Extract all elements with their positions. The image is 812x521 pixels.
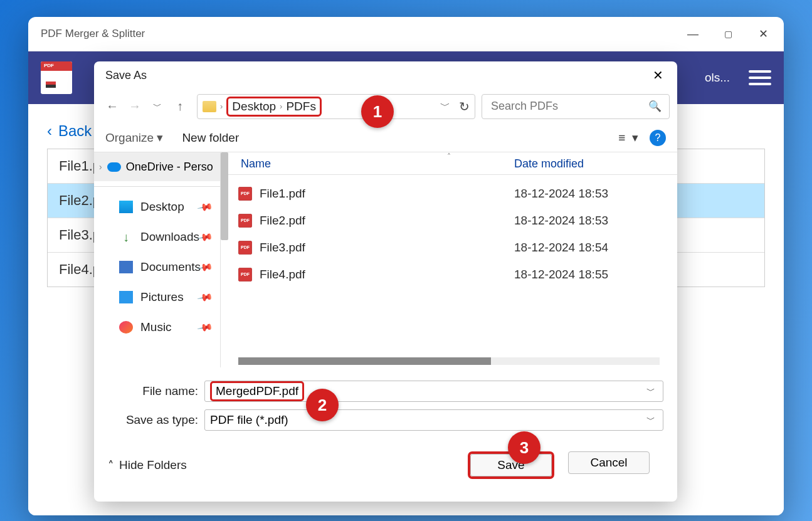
dialog-sidebar: › OneDrive - Perso Desktop 📌 ↓ Downloads… [94,152,221,367]
sidebar-item-downloads[interactable]: ↓ Downloads 📌 [94,222,220,252]
search-input[interactable] [490,99,642,113]
dialog-title: Save As [105,69,147,82]
file-row[interactable]: PDF File1.pdf 18-12-2024 18:53 [238,180,677,207]
chevron-down-icon[interactable]: ﹀ [440,100,450,113]
cloud-icon [107,162,121,172]
hamburger-menu-icon[interactable] [749,70,771,85]
chevron-down-icon[interactable]: ﹀ [644,386,658,397]
pin-icon: 📌 [196,288,213,305]
new-folder-button[interactable]: New folder [182,131,239,145]
column-headers: ˄ Name Date modified [221,152,677,175]
breadcrumb-segment[interactable]: PDFs [286,100,316,113]
file-row[interactable]: PDF File2.pdf 18-12-2024 18:53 [238,207,677,234]
pdf-file-icon: PDF [238,187,252,201]
folder-icon [203,101,216,112]
file-date: 18-12-2024 18:53 [514,214,677,228]
sidebar-item-label: Pictures [140,290,184,304]
toolbar-row: Organize ▾ New folder ≡ ▾ ? [94,124,677,152]
window-title: PDF Merger & Splitter [41,28,145,40]
sidebar-item-label: Music [140,320,172,334]
sidebar-item-label: Documents [140,260,201,274]
maximize-button[interactable] [712,21,744,46]
file-name: File1.pdf [260,187,514,201]
nav-forward-icon[interactable]: → [124,99,145,113]
file-name-input[interactable]: MergedPDF.pdf ﹀ [204,381,663,402]
pdf-file-icon: PDF [238,241,252,255]
pdf-file-icon: PDF [238,214,252,228]
music-icon [119,321,133,334]
sort-indicator-icon: ˄ [221,152,677,161]
cancel-button[interactable]: Cancel [568,451,650,474]
hide-folders-button[interactable]: ˄ Hide Folders [108,458,187,473]
help-icon[interactable]: ? [650,130,666,146]
breadcrumb-segment[interactable]: Desktop [232,100,276,113]
horizontal-scrollbar[interactable] [221,355,677,367]
file-row[interactable]: PDF File4.pdf 18-12-2024 18:55 [238,261,677,288]
window-controls [677,21,779,46]
close-button[interactable] [747,21,779,46]
titlebar: PDF Merger & Splitter [28,17,784,51]
nav-recent-icon[interactable]: ﹀ [147,101,168,112]
file-list: PDF File1.pdf 18-12-2024 18:53 PDF File2… [221,175,677,355]
document-icon [119,261,133,273]
file-date: 18-12-2024 18:55 [514,268,677,282]
file-name: File2.pdf [260,214,514,228]
chevron-down-icon[interactable]: ﹀ [644,414,658,426]
search-box[interactable]: 🔍 [482,94,670,119]
address-bar[interactable]: › Desktop › PDFs ﹀ ↻ [197,94,475,119]
file-name-label: File name: [94,384,204,398]
sidebar-item-label: OneDrive - Perso [126,161,213,174]
dialog-bottom-panel: File name: MergedPDF.pdf ﹀ Save as type:… [94,367,677,502]
download-icon: ↓ [119,231,133,243]
sidebar-item-desktop[interactable]: Desktop 📌 [94,192,220,222]
sidebar-item-music[interactable]: Music 📌 [94,312,220,342]
chevron-left-icon: ‹ [47,122,52,140]
file-name-value: MergedPDF.pdf [216,384,298,397]
back-link-label: Back [58,122,92,140]
vertical-scrollbar[interactable] [221,152,228,240]
chevron-right-icon: › [280,102,282,111]
chevron-up-icon: ˄ [108,458,114,473]
file-pane: ˄ Name Date modified PDF File1.pdf 18-12… [221,152,677,367]
breadcrumb-highlight: Desktop › PDFs [226,97,322,117]
picture-icon [119,291,133,303]
dialog-close-icon[interactable]: ✕ [642,68,673,83]
app-logo-icon [41,61,72,94]
pdf-file-icon: PDF [238,268,252,282]
file-row[interactable]: PDF File3.pdf 18-12-2024 18:54 [238,234,677,261]
save-as-type-label: Save as type: [94,413,204,427]
annotation-marker-3: 3 [508,431,540,464]
pin-icon: 📌 [196,198,213,215]
dialog-titlebar: Save As ✕ [94,61,677,89]
desktop-icon [119,201,133,213]
save-as-type-value: PDF file (*.pdf) [210,413,644,427]
save-as-type-select[interactable]: PDF file (*.pdf) ﹀ [204,409,663,431]
annotation-marker-1: 1 [361,95,394,128]
refresh-icon[interactable]: ↻ [459,99,470,114]
sidebar-item-documents[interactable]: Documents 📌 [94,252,220,282]
file-date: 18-12-2024 18:54 [514,241,677,255]
annotation-marker-2: 2 [306,389,339,421]
sidebar-item-label: Desktop [140,200,184,214]
nav-up-icon[interactable]: ↑ [169,99,191,113]
sidebar-item-onedrive[interactable]: › OneDrive - Perso [94,152,220,181]
hide-folders-label: Hide Folders [119,458,187,472]
sidebar-item-label: Downloads [140,230,199,244]
dialog-main: › OneDrive - Perso Desktop 📌 ↓ Downloads… [94,152,677,367]
file-name: File4.pdf [260,268,514,282]
save-as-dialog: Save As ✕ ← → ﹀ ↑ › Desktop › PDFs ﹀ ↻ 🔍… [94,61,677,502]
caret-down-icon: ▾ [157,131,163,144]
minimize-button[interactable] [677,21,709,46]
file-name: File3.pdf [260,241,514,255]
toolbar-pdf-tools[interactable]: ols... [705,71,730,85]
file-name-highlight: MergedPDF.pdf [210,381,304,401]
chevron-right-icon: › [220,102,223,111]
sidebar-item-pictures[interactable]: Pictures 📌 [94,282,220,312]
search-icon: 🔍 [648,100,662,113]
view-mode-icon[interactable]: ≡ ▾ [618,130,638,145]
nav-back-icon[interactable]: ← [102,99,123,113]
organize-menu[interactable]: Organize ▾ [105,130,163,145]
chevron-right-icon: › [99,162,102,172]
file-date: 18-12-2024 18:53 [514,187,677,201]
pin-icon: 📌 [196,318,213,335]
